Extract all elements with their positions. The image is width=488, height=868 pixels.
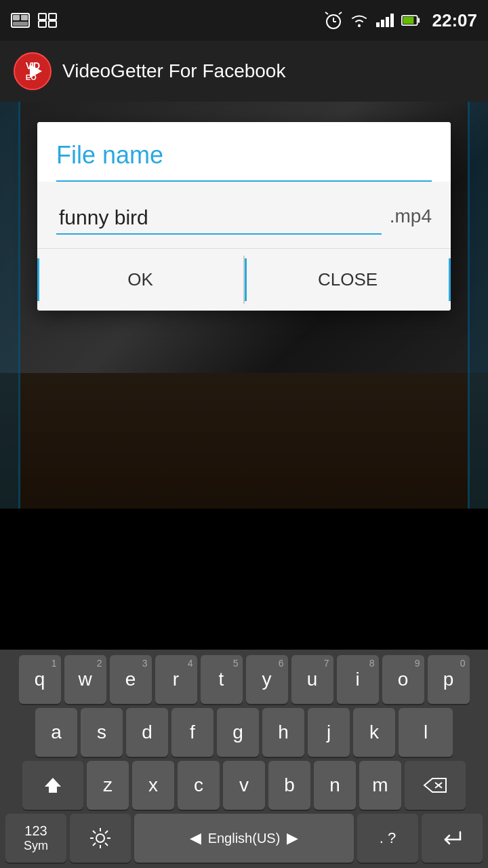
keyboard-bottom-row: 123 Sym ◀ English(US) ▶ [3,814,485,863]
language-label: English(US) [208,831,281,846]
battery-icon [401,11,420,30]
ok-button[interactable]: OK [37,249,243,311]
status-time: 22:07 [432,10,478,31]
status-bar: 22:07 [0,0,488,41]
key-f[interactable]: f [171,708,214,757]
svg-rect-20 [418,18,420,23]
svg-rect-19 [403,17,413,24]
file-extension: .mp4 [390,205,432,231]
key-h[interactable]: h [262,708,304,757]
key-punctuation[interactable]: . ? [357,814,418,863]
key-space[interactable]: ◀ English(US) ▶ [134,814,354,863]
key-settings[interactable] [70,814,131,863]
key-shift[interactable] [22,761,83,810]
dialog-title: File name [56,141,432,170]
svg-line-30 [105,843,108,846]
status-bar-left-icons [11,11,57,30]
key-enter[interactable] [422,814,483,863]
svg-rect-15 [381,20,384,27]
svg-rect-5 [49,14,56,20]
key-b[interactable]: b [268,761,310,810]
filename-input-wrapper [56,202,382,235]
key-p[interactable]: 0 p [428,655,470,704]
key-c[interactable]: c [178,761,220,810]
signal-icon [375,11,394,30]
key-q[interactable]: 1 q [19,655,61,704]
app-logo: VIDEO [14,52,52,90]
wifi-icon [350,11,369,30]
dialog-overlay: File name .mp4 OK CLOSE [0,102,488,509]
status-bar-right-icons: 22:07 [324,10,478,31]
svg-rect-7 [49,21,56,27]
key-x[interactable]: x [132,761,174,810]
key-d[interactable]: d [126,708,168,757]
key-a[interactable]: a [35,708,77,757]
key-backspace[interactable] [405,761,466,810]
svg-line-12 [339,12,342,14]
svg-line-11 [325,12,328,14]
filename-input[interactable] [56,202,382,235]
key-w[interactable]: 2 w [64,655,106,704]
grid-icon [38,11,57,30]
key-numbers-sym[interactable]: 123 Sym [5,814,66,863]
svg-rect-14 [376,22,380,27]
key-l[interactable]: l [399,708,453,757]
svg-rect-6 [39,21,46,27]
svg-line-29 [93,831,96,833]
app-bar: VIDEO VideoGetter For Facebook [0,41,488,102]
key-e[interactable]: 3 e [110,655,152,704]
svg-rect-3 [13,22,28,26]
key-r[interactable]: 4 r [155,655,197,704]
key-s[interactable]: s [81,708,123,757]
key-k[interactable]: k [353,708,395,757]
svg-line-31 [105,831,108,833]
key-j[interactable]: j [308,708,350,757]
key-i[interactable]: 8 i [337,655,379,704]
dialog-actions: OK CLOSE [37,248,451,311]
key-g[interactable]: g [217,708,259,757]
keyboard: 1 q 2 w 3 e 4 r 5 t 6 y 7 u 8 i [0,650,488,868]
file-name-dialog: File name .mp4 OK CLOSE [37,122,451,311]
svg-line-32 [93,843,96,846]
key-t[interactable]: 5 t [201,655,243,704]
dialog-title-area: File name [37,122,451,182]
key-z[interactable]: z [87,761,129,810]
key-o[interactable]: 9 o [382,655,424,704]
keyboard-row-3: z x c v b n m [3,761,485,810]
svg-point-13 [358,24,361,27]
svg-point-24 [96,834,104,842]
app-title: VideoGetter For Facebook [62,60,285,82]
svg-marker-21 [45,778,61,793]
keyboard-row-1: 1 q 2 w 3 e 4 r 5 t 6 y 7 u 8 i [3,655,485,704]
dialog-body: .mp4 [37,182,451,248]
key-m[interactable]: m [359,761,401,810]
key-n[interactable]: n [314,761,356,810]
alarm-icon [324,11,343,30]
gallery-icon [11,11,30,30]
svg-rect-2 [21,15,28,20]
content-area: File name .mp4 OK CLOSE [0,102,488,509]
svg-rect-1 [13,15,20,20]
close-button[interactable]: CLOSE [245,249,451,311]
key-v[interactable]: v [223,761,265,810]
svg-rect-17 [390,14,394,27]
keyboard-row-2: a s d f g h j k l [3,708,485,757]
key-u[interactable]: 7 u [291,655,333,704]
key-y[interactable]: 6 y [246,655,288,704]
svg-rect-16 [386,17,389,27]
svg-rect-4 [39,14,46,20]
